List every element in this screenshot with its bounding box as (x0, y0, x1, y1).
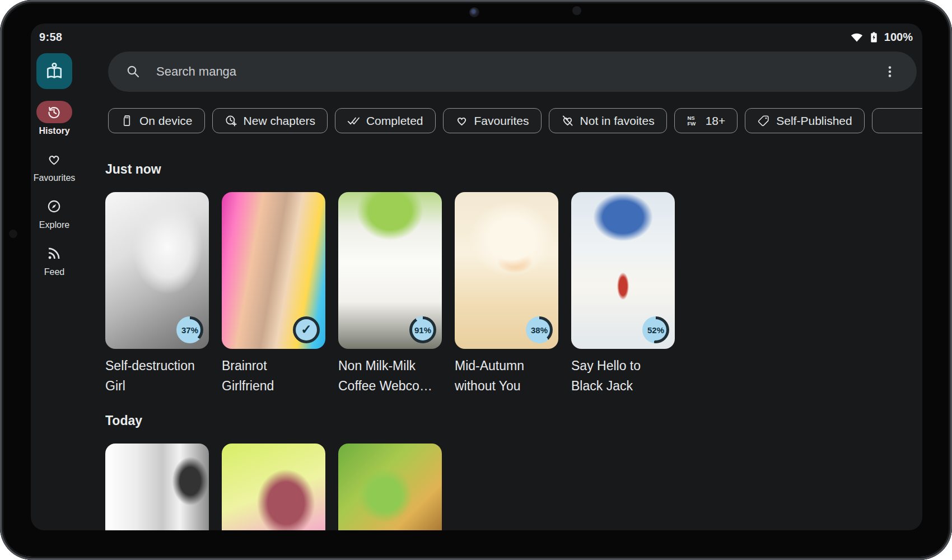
tag-icon (757, 114, 770, 127)
history-section: Today (105, 413, 922, 530)
manga-card[interactable]: 38% Mid-Autumnwithout You (455, 192, 558, 396)
progress-badge: 52% (642, 316, 669, 343)
manga-cover: ✓ (222, 192, 325, 349)
manga-card[interactable]: 91% Non Milk-MilkCoffee Webco… (338, 192, 442, 396)
front-camera (469, 7, 479, 17)
manga-card[interactable]: ✓ BrainrotGirlfriend (222, 192, 325, 396)
filter-chip-label: New chapters (244, 114, 315, 128)
status-bar: 9:58 100% (31, 24, 922, 47)
compass-icon (46, 199, 62, 214)
completed-badge: ✓ (293, 316, 320, 343)
manga-card[interactable] (222, 444, 325, 530)
sidebar-item-feed[interactable]: Feed (34, 242, 76, 277)
sidebar-item-history[interactable]: History (34, 101, 76, 136)
navigation-rail: History Favourites Explore Feed (31, 47, 105, 530)
card-row: 37% Self-destructionGirl ✓ BrainrotGirlf… (105, 192, 922, 396)
light-sensor (572, 6, 581, 15)
manga-cover: 37% (105, 192, 209, 349)
filter-chip-label: Self-Published (776, 114, 852, 128)
battery-percent: 100% (884, 31, 913, 44)
filter-chip-label: Completed (366, 114, 423, 128)
microphone-dot (9, 230, 17, 238)
partial-chip[interactable] (872, 108, 922, 133)
manga-cover (222, 444, 325, 530)
filter-chip[interactable]: On device (108, 108, 205, 133)
manga-cover: 52% (571, 192, 675, 349)
tablet-device: 9:58 100% History Favourites Explore (0, 0, 952, 560)
manga-card[interactable]: 52% Say Hello toBlack Jack (571, 192, 675, 396)
search-bar[interactable] (108, 52, 917, 92)
main-content: On device New chapters Completed Favouri… (105, 47, 922, 530)
manga-title: Non Milk-MilkCoffee Webco… (338, 356, 442, 396)
card-row (105, 444, 922, 530)
section-title: Just now (105, 162, 922, 177)
wifi-icon (850, 30, 864, 44)
heart-icon (46, 152, 62, 167)
search-input[interactable] (155, 64, 883, 80)
book-reader-logo-icon (44, 60, 65, 82)
app-screen: 9:58 100% History Favourites Explore (31, 24, 922, 530)
manga-card[interactable]: 37% Self-destructionGirl (105, 192, 209, 396)
heart-icon (455, 114, 468, 127)
rail-item-label: Favourites (34, 173, 76, 183)
filter-chip[interactable]: Favourites (443, 108, 542, 133)
manga-title: BrainrotGirlfriend (222, 356, 325, 396)
filter-chip-label: On device (139, 114, 193, 128)
filter-chip[interactable]: New chapters (212, 108, 328, 133)
clock-plus-icon (225, 114, 237, 127)
sidebar-item-favourites[interactable]: Favourites (34, 148, 76, 183)
filter-chip[interactable]: Not in favoites (549, 108, 667, 133)
filter-chip-row: On device New chapters Completed Favouri… (108, 108, 922, 133)
search-icon (126, 64, 141, 79)
sidebar-item-explore[interactable]: Explore (34, 195, 76, 230)
history-icon (46, 105, 62, 120)
progress-badge: 91% (409, 316, 436, 343)
section-title: Today (105, 413, 922, 428)
progress-badge: 37% (176, 316, 203, 343)
manga-title: Say Hello toBlack Jack (571, 356, 675, 396)
rail-item-label: History (39, 126, 69, 136)
progress-badge-value: 38% (529, 319, 550, 340)
manga-cover: 38% (455, 192, 558, 349)
heart-off-icon (561, 114, 574, 127)
filter-chip[interactable]: Self-Published (745, 108, 864, 133)
rail-item-label: Feed (44, 267, 64, 277)
progress-badge-value: 37% (179, 319, 200, 340)
double-check-icon (347, 114, 360, 127)
filter-chip[interactable]: Completed (335, 108, 436, 133)
filter-chip-label: Favourites (474, 114, 529, 128)
manga-card[interactable] (338, 444, 442, 530)
progress-badge-value: ✓ (296, 319, 317, 340)
progress-badge: 38% (526, 316, 553, 343)
nsfw-icon (687, 114, 699, 127)
manga-cover (105, 444, 209, 530)
progress-badge-value: 91% (412, 319, 433, 340)
filter-chip-label: Not in favoites (580, 114, 655, 128)
progress-badge-value: 52% (645, 319, 666, 340)
manga-title: Self-destructionGirl (105, 356, 209, 396)
kebab-menu-icon[interactable] (883, 65, 897, 78)
history-section: Just now 37% Self-destructionGirl ✓ Brai… (105, 162, 922, 396)
sd-card-icon (120, 114, 133, 127)
clock-text: 9:58 (39, 31, 62, 44)
manga-cover (338, 444, 442, 530)
filter-chip[interactable]: 18+ (674, 108, 738, 133)
app-logo-button[interactable] (36, 53, 72, 89)
manga-cover: 91% (338, 192, 442, 349)
rail-item-label: Explore (39, 220, 69, 230)
filter-chip-label: 18+ (706, 114, 726, 128)
manga-card[interactable] (105, 444, 209, 530)
manga-title: Mid-Autumnwithout You (455, 356, 558, 396)
rss-icon (46, 246, 62, 261)
battery-charging-icon (867, 31, 880, 44)
